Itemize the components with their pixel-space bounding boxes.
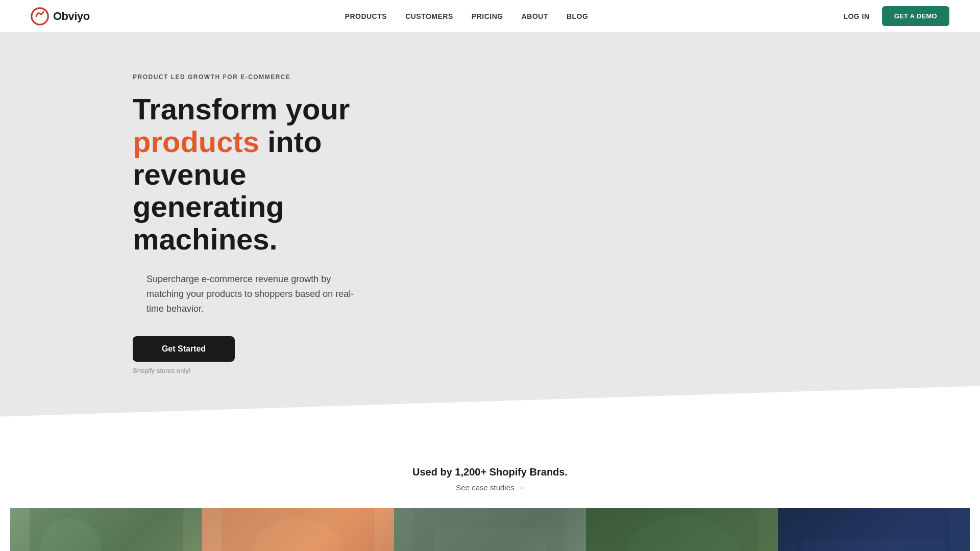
svg-point-0 — [32, 8, 48, 24]
brands-section: Used by 1,200+ Shopify Brands. See case … — [0, 436, 980, 551]
brands-heading: Used by 1,200+ Shopify Brands. — [10, 466, 970, 478]
get-started-button[interactable]: Get Started — [133, 336, 235, 362]
logo-link[interactable]: Obviyo — [31, 7, 90, 26]
brand-card-matchbox: matchbox — [394, 508, 586, 551]
nav-item-blog[interactable]: BLOG — [567, 12, 588, 20]
navbar: Obviyo PRODUCTS CUSTOMERS PRICING ABOUT … — [0, 0, 980, 33]
logo-icon — [31, 7, 49, 26]
hero-heading: Transform your products into revenuegene… — [133, 93, 398, 256]
logo-text: Obviyo — [53, 10, 90, 23]
login-link[interactable]: LOG IN — [843, 12, 869, 20]
case-studies-link[interactable]: See case studies → — [456, 483, 524, 492]
hero-heading-part1: Transform your — [133, 92, 350, 126]
brands-strip: PANDBAG PAT McGRATH LABS matchbox Omega … — [10, 508, 970, 551]
hero-subtext: Supercharge e-commerce revenue growth by… — [133, 272, 357, 316]
brand-card-laura-james: LAURA JAMES SW SUPPLEMENTWAREHOUSE — [778, 508, 970, 551]
get-demo-button[interactable]: GET A DEMO — [882, 6, 949, 26]
brand-card-pandbag: PANDBAG — [10, 508, 202, 551]
hero-eyebrow: PRODUCT LED GROWTH FOR E-COMMERCE — [133, 73, 980, 81]
shopify-note: Shopify stores only! — [133, 367, 980, 374]
svg-rect-7 — [434, 529, 546, 551]
nav-item-about[interactable]: ABOUT — [522, 12, 548, 20]
nav-right: LOG IN GET A DEMO — [843, 6, 949, 26]
brand-card-omega: Omega — [586, 508, 778, 551]
hero-heading-highlight: products — [133, 125, 259, 158]
hero-section: PRODUCT LED GROWTH FOR E-COMMERCE Transf… — [0, 33, 980, 436]
nav-item-customers[interactable]: CUSTOMERS — [405, 12, 453, 20]
nav-links: PRODUCTS CUSTOMERS PRICING ABOUT BLOG — [345, 12, 589, 21]
svg-rect-11 — [802, 539, 945, 551]
brand-card-pat-mcgrath: PAT McGRATH LABS — [202, 508, 394, 551]
nav-item-products[interactable]: PRODUCTS — [345, 12, 387, 20]
nav-item-pricing[interactable]: PRICING — [472, 12, 503, 20]
